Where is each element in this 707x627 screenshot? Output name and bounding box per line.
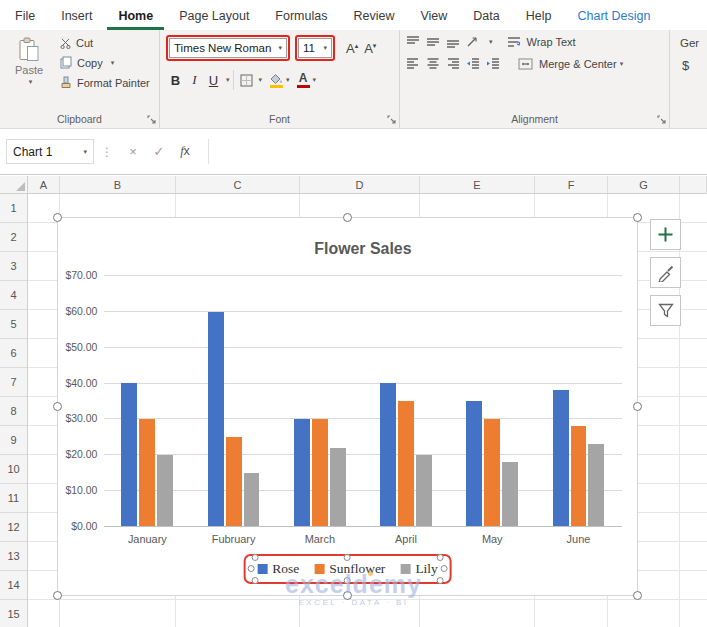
column-header-D[interactable]: D <box>300 176 420 193</box>
decrease-indent-button[interactable] <box>466 57 480 70</box>
row-header-15[interactable]: 15 <box>0 600 27 627</box>
chart-resize-handle[interactable] <box>633 402 642 411</box>
increase-font-size-button[interactable]: A▴ <box>346 41 358 56</box>
clipboard-dialog-launcher[interactable] <box>147 115 156 124</box>
tab-formulas[interactable]: Formulas <box>264 3 338 30</box>
chart-object[interactable]: $0.00$10.00$20.00$30.00$40.00$50.00$60.0… <box>57 217 638 596</box>
cut-button[interactable]: Cut <box>60 37 150 49</box>
font-size-combo[interactable]: 11 ▾ <box>298 38 332 58</box>
orientation-button[interactable] <box>466 35 480 48</box>
tab-page-layout[interactable]: Page Layout <box>168 3 260 30</box>
tab-view[interactable]: View <box>409 3 458 30</box>
legend-resize-handle[interactable] <box>344 554 351 561</box>
chart-resize-handle[interactable] <box>53 402 62 411</box>
chart-legend[interactable]: RoseSunflowerLily <box>257 561 438 577</box>
row-header-11[interactable]: 11 <box>0 484 27 513</box>
tab-home[interactable]: Home <box>107 3 164 30</box>
tab-file[interactable]: File <box>4 3 46 30</box>
insert-function-button[interactable]: fx <box>172 144 198 159</box>
formula-bar-drag-handle[interactable]: ⋮ <box>101 145 113 159</box>
legend-resize-handle[interactable] <box>344 577 351 584</box>
bold-button[interactable]: B <box>166 70 185 90</box>
row-header-3[interactable]: 3 <box>0 252 27 281</box>
enter-button[interactable]: ✓ <box>146 144 172 159</box>
borders-button[interactable] <box>237 70 256 90</box>
tab-insert[interactable]: Insert <box>50 3 103 30</box>
tab-review[interactable]: Review <box>342 3 405 30</box>
legend-resize-handle[interactable] <box>437 577 444 584</box>
chart-resize-handle[interactable] <box>633 591 642 600</box>
tab-data[interactable]: Data <box>462 3 510 30</box>
row-header-10[interactable]: 10 <box>0 455 27 484</box>
accounting-format-button[interactable]: $ <box>676 58 701 73</box>
legend-item-rose[interactable]: Rose <box>257 561 299 577</box>
align-right-button[interactable] <box>446 57 460 70</box>
svg-text:$10.00: $10.00 <box>65 485 97 496</box>
number-format-combo[interactable]: Ger <box>676 35 701 49</box>
chart-resize-handle[interactable] <box>53 213 62 222</box>
merge-center-button[interactable]: Merge & Center ▾ <box>518 58 623 70</box>
row-header-2[interactable]: 2 <box>0 223 27 252</box>
chart-resize-handle[interactable] <box>53 591 62 600</box>
chart-resize-handle[interactable] <box>343 213 352 222</box>
formula-input[interactable] <box>208 139 707 164</box>
font-color-button[interactable]: A <box>297 73 310 88</box>
chevron-down-icon: ▾ <box>226 76 230 84</box>
chevron-down-icon: ▾ <box>83 148 87 156</box>
align-center-button[interactable] <box>426 57 440 70</box>
brush-icon <box>657 264 675 282</box>
column-header-partial[interactable] <box>680 176 707 193</box>
font-name-combo[interactable]: Times New Roman ▾ <box>169 38 287 58</box>
legend-item-lily[interactable]: Lily <box>400 561 438 577</box>
column-header-G[interactable]: G <box>608 176 680 193</box>
chart-styles-button[interactable] <box>650 257 681 288</box>
legend-highlight-box: RoseSunflowerLily <box>243 554 452 584</box>
chart-filters-button[interactable] <box>650 295 681 326</box>
tab-help[interactable]: Help <box>515 3 563 30</box>
tab-chart-design[interactable]: Chart Design <box>566 3 661 30</box>
fill-color-button[interactable] <box>269 73 283 88</box>
column-header-E[interactable]: E <box>420 176 535 193</box>
chart-resize-handle[interactable] <box>633 213 642 222</box>
row-header-14[interactable]: 14 <box>0 571 27 600</box>
italic-button[interactable]: I <box>185 70 204 90</box>
legend-resize-handle[interactable] <box>251 554 258 561</box>
row-header-6[interactable]: 6 <box>0 339 27 368</box>
format-painter-button[interactable]: Format Painter <box>60 76 150 89</box>
row-header-7[interactable]: 7 <box>0 368 27 397</box>
legend-item-sunflower[interactable]: Sunflower <box>314 561 385 577</box>
row-header-8[interactable]: 8 <box>0 397 27 426</box>
column-header-C[interactable]: C <box>176 176 300 193</box>
column-header-A[interactable]: A <box>28 176 60 193</box>
increase-indent-button[interactable] <box>486 57 500 70</box>
chart-elements-button[interactable] <box>650 219 681 250</box>
decrease-font-size-button[interactable]: A▾ <box>364 41 376 56</box>
paste-button[interactable]: Paste ▾ <box>6 35 52 109</box>
align-top-button[interactable] <box>406 35 420 48</box>
row-header-13[interactable]: 13 <box>0 542 27 571</box>
align-middle-button[interactable] <box>426 35 440 48</box>
row-header-9[interactable]: 9 <box>0 426 27 455</box>
legend-resize-handle[interactable] <box>441 565 448 572</box>
column-header-B[interactable]: B <box>60 176 176 193</box>
legend-resize-handle[interactable] <box>247 565 254 572</box>
cancel-button[interactable]: × <box>120 144 146 159</box>
legend-resize-handle[interactable] <box>251 577 258 584</box>
row-header-4[interactable]: 4 <box>0 281 27 310</box>
row-header-1[interactable]: 1 <box>0 194 27 223</box>
align-left-button[interactable] <box>406 57 420 70</box>
chart-resize-handle[interactable] <box>343 591 352 600</box>
row-header-5[interactable]: 5 <box>0 310 27 339</box>
alignment-dialog-launcher[interactable] <box>657 115 666 124</box>
wrap-text-button[interactable]: Wrap Text <box>507 36 576 48</box>
name-box[interactable]: Chart 1 ▾ <box>6 139 94 164</box>
align-bottom-button[interactable] <box>446 35 460 48</box>
column-header-F[interactable]: F <box>535 176 608 193</box>
font-dialog-launcher[interactable] <box>387 115 396 124</box>
legend-resize-handle[interactable] <box>437 554 444 561</box>
copy-button[interactable]: Copy ▾ <box>60 56 150 69</box>
row-header-12[interactable]: 12 <box>0 513 27 542</box>
format-painter-icon <box>60 76 72 89</box>
underline-button[interactable]: U <box>204 70 223 90</box>
select-all-corner[interactable] <box>0 176 28 193</box>
